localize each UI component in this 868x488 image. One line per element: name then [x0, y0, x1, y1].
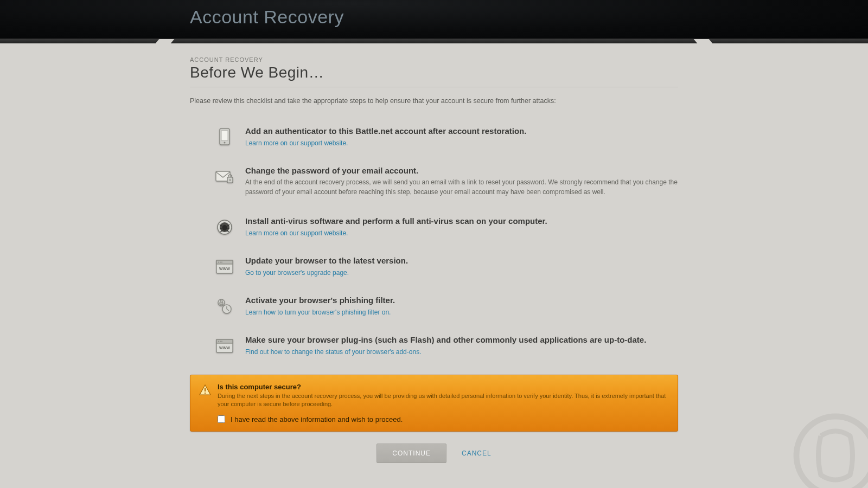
- svg-rect-31: [205, 388, 206, 391]
- warning-box: Is this computer secure? During the next…: [190, 375, 678, 432]
- checklist-link[interactable]: Learn more on our support website.: [245, 229, 348, 237]
- checklist-title: Add an authenticator to this Battle.net …: [245, 126, 678, 136]
- checklist-item-email-password: Change the password of your email accoun…: [190, 166, 678, 198]
- browser-icon: WWW: [215, 257, 234, 277]
- confirm-read-text: I have read the above information and wi…: [231, 415, 403, 423]
- svg-point-2: [224, 142, 225, 143]
- page-heading: Before We Begin…: [190, 64, 678, 87]
- checklist-item-authenticator: Add an authenticator to this Battle.net …: [190, 126, 678, 147]
- checklist-link[interactable]: Learn more on our support website.: [245, 139, 348, 147]
- antivirus-icon: [215, 217, 234, 237]
- top-banner: Account Recovery: [0, 0, 868, 39]
- svg-rect-1: [221, 131, 228, 140]
- browser-icon: WWW: [215, 336, 234, 356]
- checklist-link[interactable]: Find out how to change the status of you…: [245, 348, 421, 356]
- checklist-link[interactable]: Learn how to turn your browser's phishin…: [245, 309, 391, 316]
- phishing-icon: [215, 297, 234, 316]
- cancel-button[interactable]: CANCEL: [462, 450, 492, 457]
- svg-point-18: [218, 262, 219, 263]
- svg-text:WWW: WWW: [219, 267, 230, 271]
- watermark-icon: [787, 407, 868, 488]
- checklist-item-antivirus: Install anti-virus software and perform …: [190, 216, 678, 237]
- svg-point-27: [218, 341, 219, 342]
- svg-point-8: [222, 225, 227, 230]
- breadcrumb: ACCOUNT RECOVERY: [190, 56, 678, 63]
- warning-icon: [199, 384, 211, 396]
- svg-text:WWW: WWW: [219, 346, 230, 350]
- checklist-item-phishing-filter: Activate your browser's phishing filter.…: [190, 296, 678, 317]
- svg-point-28: [220, 341, 221, 342]
- svg-point-20: [221, 262, 222, 263]
- warning-body: During the next steps in the account rec…: [218, 392, 668, 409]
- authenticator-icon: [215, 127, 234, 147]
- checklist-item-plugins: WWW Make sure your browser plug-ins (suc…: [190, 335, 678, 356]
- banner-title: Account Recovery: [190, 7, 678, 28]
- checklist-desc: At the end of the account recovery proce…: [245, 177, 678, 197]
- checklist-title: Activate your browser's phishing filter.: [245, 296, 678, 305]
- svg-rect-23: [220, 302, 223, 305]
- checklist-title: Make sure your browser plug-ins (such as…: [245, 335, 678, 344]
- checklist-title: Update your browser to the latest versio…: [245, 256, 678, 265]
- checklist-title: Install anti-virus software and perform …: [245, 216, 678, 226]
- warning-heading: Is this computer secure?: [218, 383, 668, 391]
- svg-rect-32: [205, 393, 206, 394]
- svg-point-29: [221, 341, 222, 342]
- email-lock-icon: [215, 167, 234, 187]
- svg-point-19: [220, 262, 221, 263]
- banner-edge-strip: [0, 39, 868, 43]
- checklist-item-browser-update: WWW Update your browser to the latest ve…: [190, 256, 678, 277]
- svg-point-33: [796, 416, 868, 488]
- action-row: CONTINUE CANCEL: [190, 444, 678, 463]
- confirm-read-checkbox[interactable]: [218, 415, 225, 423]
- security-checklist: Add an authenticator to this Battle.net …: [190, 126, 678, 356]
- intro-text: Please review this checklist and take th…: [190, 97, 678, 105]
- checklist-link[interactable]: Go to your browser's upgrade page.: [245, 269, 349, 277]
- confirm-read-label[interactable]: I have read the above information and wi…: [218, 415, 668, 423]
- checklist-title: Change the password of your email accoun…: [245, 166, 678, 175]
- svg-point-5: [229, 179, 231, 181]
- continue-button[interactable]: CONTINUE: [376, 444, 446, 463]
- page-content: ACCOUNT RECOVERY Before We Begin… Please…: [190, 43, 678, 485]
